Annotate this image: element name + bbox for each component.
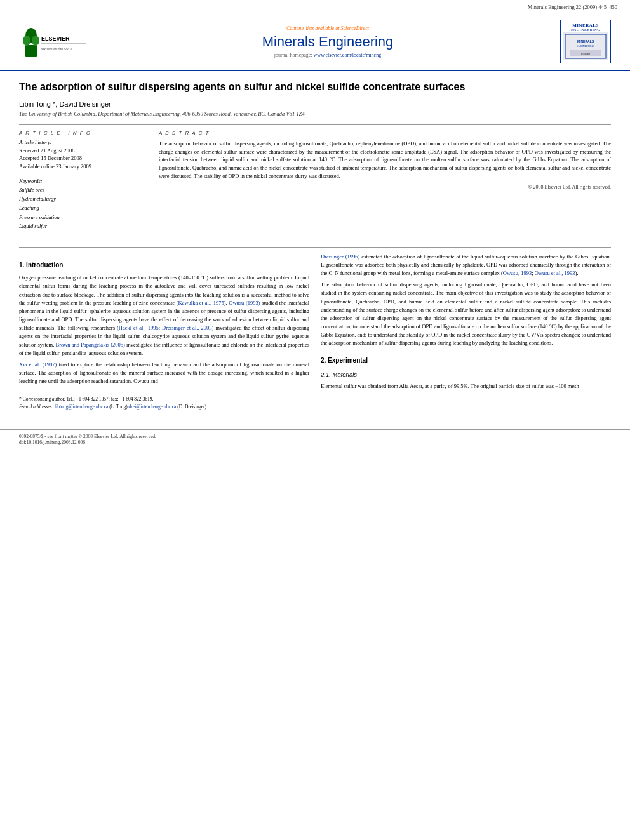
article-history-section: A R T I C L E I N F O Article history: R… — [19, 130, 146, 171]
body-para-right-3: Elemental sulfur was obtained from Alfa … — [321, 382, 611, 390]
email2-link[interactable]: drei@interchange.ubc.ca — [129, 404, 177, 410]
email1-link[interactable]: libtong@interchange.ubc.ca — [55, 404, 108, 410]
keyword-2: Hydrometallurgy — [19, 194, 146, 203]
ref-owusu1993c[interactable]: Owusu et al., 1993 — [535, 270, 575, 276]
svg-text:www.elsevier.com: www.elsevier.com — [41, 46, 72, 50]
sciencedirect-info: Contents lists available at ScienceDirec… — [102, 25, 554, 31]
keywords-content: Keywords: Sulfide ores Hydrometallurgy L… — [19, 177, 146, 231]
keyword-4: Pressure oxidation — [19, 213, 146, 222]
citation-text: Minerals Engineering 22 (2009) 445–450 — [528, 4, 617, 10]
svg-text:MINERALS: MINERALS — [577, 39, 594, 43]
email-label: E-mail addresses: — [19, 404, 53, 410]
journal-logo-img: MINERALS ENGINEERING Elsevier — [563, 32, 608, 60]
received-date: Received 21 August 2008 — [19, 147, 146, 155]
affiliation: The University of British Columbia, Depa… — [19, 110, 611, 117]
keyword-3: Leaching — [19, 203, 146, 212]
footnotes: * Corresponding author. Tel.: +1 604 822… — [19, 392, 309, 410]
email-footnote: E-mail addresses: libtong@interchange.ub… — [19, 403, 309, 410]
journal-logo-area: MINERALS ENGINEERING MINERALS ENGINEERIN… — [554, 20, 617, 63]
body-para-2: Xia et al. (1987) tried to explore the r… — [19, 361, 309, 386]
body-text-cols: 1. Introduction Oxygen pressure leaching… — [19, 253, 611, 410]
ref-kawulka[interactable]: Kawulka et al., 1975 — [178, 300, 224, 306]
footer: 0892-6875/$ - see front matter © 2008 El… — [0, 429, 630, 449]
section1-heading: 1. Introduction — [19, 260, 309, 270]
article-info-label: A R T I C L E I N F O — [19, 130, 146, 136]
divider-1 — [19, 124, 611, 125]
email2-name: (D. Dreisinger). — [177, 404, 208, 410]
section2-heading: 2. Experimental — [321, 356, 611, 366]
body-para-right-2: The adsorption behavior of sulfur disper… — [321, 281, 611, 347]
elsevier-logo-svg: ELSEVIER www.elsevier.com — [22, 23, 92, 61]
journal-homepage: journal homepage: www.elsevier.com/locat… — [102, 52, 554, 58]
ref-dreisinger1996[interactable]: Dreisinger (1996) — [321, 253, 359, 260]
svg-text:ENGINEERING: ENGINEERING — [577, 44, 594, 48]
homepage-url: www.elsevier.com/locate/mineng — [314, 52, 382, 58]
body-col-right: Dreisinger (1996) estimated the adsorpti… — [321, 253, 611, 410]
logo-title: MINERALS — [563, 23, 608, 28]
citation-bar: Minerals Engineering 22 (2009) 445–450 — [0, 0, 630, 13]
authors: Libin Tong *, David Dreisinger — [19, 100, 611, 108]
available-date: Available online 23 January 2009 — [19, 163, 146, 171]
journal-logo-box: MINERALS ENGINEERING MINERALS ENGINEERIN… — [560, 20, 611, 63]
article-info-abstract-cols: A R T I C L E I N F O Article history: R… — [19, 130, 611, 237]
ref-owusu1993b[interactable]: Owusu, 1993 — [503, 270, 532, 276]
keywords-list: Sulfide ores Hydrometallurgy Leaching Pr… — [19, 185, 146, 231]
keywords-section: Keywords: Sulfide ores Hydrometallurgy L… — [19, 177, 146, 231]
copyright: © 2008 Elsevier Ltd. All rights reserved… — [159, 184, 611, 190]
body-para-1: Oxygen pressure leaching of nickel conce… — [19, 274, 309, 357]
accepted-date: Accepted 15 December 2008 — [19, 154, 146, 163]
subsection21-heading: 2.1. Materials — [321, 370, 611, 380]
footer-issn: 0892-6875/$ - see front matter © 2008 El… — [19, 434, 611, 439]
svg-point-3 — [32, 36, 39, 46]
abstract-text: The adsorption behavior of sulfur disper… — [159, 140, 611, 180]
keywords-label: Keywords: — [19, 177, 146, 185]
elsevier-logo-area: ELSEVIER www.elsevier.com — [13, 23, 102, 61]
abstract-col: A B S T R A C T The adsorption behavior … — [159, 130, 611, 237]
email1-name: (L. Tong) — [109, 404, 128, 410]
article-content: The adsorption of sulfur dispersing agen… — [0, 71, 630, 423]
journal-header-center: Contents lists available at ScienceDirec… — [102, 25, 554, 58]
ref-xia[interactable]: Xia et al. (1987) — [19, 361, 57, 368]
journal-header: ELSEVIER www.elsevier.com Contents lists… — [0, 13, 630, 71]
article-title: The adsorption of sulfur dispersing agen… — [19, 81, 611, 94]
svg-point-2 — [23, 36, 30, 46]
corresponding-author-note: * Corresponding author. Tel.: +1 604 822… — [19, 396, 309, 403]
footer-doi: doi:10.1016/j.mineng.2008.12.006 — [19, 439, 611, 445]
body-para-right-1: Dreisinger (1996) estimated the adsorpti… — [321, 253, 611, 278]
article-history-content: Article history: Received 21 August 2008… — [19, 138, 146, 171]
history-label: Article history: — [19, 138, 146, 147]
journal-title: Minerals Engineering — [102, 34, 554, 50]
sciencedirect-name: ScienceDirect — [340, 25, 369, 31]
abstract-label: A B S T R A C T — [159, 130, 611, 136]
svg-text:ELSEVIER: ELSEVIER — [41, 36, 70, 42]
keyword-1: Sulfide ores — [19, 185, 146, 194]
svg-rect-0 — [25, 45, 37, 57]
body-col-left: 1. Introduction Oxygen pressure leaching… — [19, 253, 309, 410]
keyword-5: Liquid sulfur — [19, 222, 146, 230]
ref-dreisinger2003[interactable]: Dreisinger et al., 2003 — [162, 324, 211, 331]
ref-brown[interactable]: Brown and Papangelakis (2005) — [55, 342, 124, 348]
divider-2 — [19, 247, 611, 248]
svg-text:Elsevier: Elsevier — [581, 52, 591, 55]
ref-owusu1993[interactable]: Owusu (1993) — [229, 300, 260, 306]
ref-hackl[interactable]: Hackl et al., 1995 — [119, 324, 159, 331]
article-info-col: A R T I C L E I N F O Article history: R… — [19, 130, 146, 237]
